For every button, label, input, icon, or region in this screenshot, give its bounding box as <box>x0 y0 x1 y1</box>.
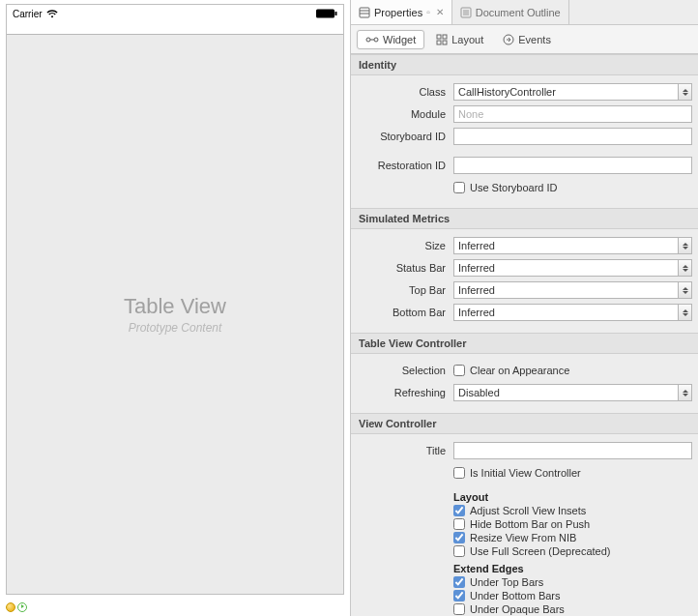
restoration-id-field[interactable] <box>453 157 692 174</box>
extend-edges-title: Extend Edges <box>453 563 692 574</box>
panel-tabs: Properties ▫ ✕ Document Outline <box>351 0 698 25</box>
outline-icon <box>460 7 472 18</box>
selection-label: Selection <box>357 365 453 376</box>
clear-on-appearance-checkbox[interactable]: Clear on Appearance <box>453 365 569 376</box>
under-bottom-label: Under Bottom Bars <box>470 590 561 601</box>
use-storyboard-id-checkbox[interactable]: Use Storyboard ID <box>453 182 557 193</box>
events-icon <box>503 34 514 45</box>
section-view-controller: View Controller <box>351 413 698 434</box>
storyboard-id-field[interactable] <box>453 128 692 145</box>
hide-bottom-checkbox[interactable]: Hide Bottom Bar on Push <box>453 518 692 530</box>
subtab-widget-label: Widget <box>383 34 416 45</box>
carrier-label: Carrier <box>13 9 43 19</box>
module-field[interactable] <box>453 105 692 123</box>
subtab-layout-label: Layout <box>451 34 483 45</box>
arrow-icon <box>678 260 691 276</box>
tab-properties-label: Properties <box>374 7 422 18</box>
table-view-title: Table View <box>124 294 226 319</box>
resize-nib-label: Resize View From NIB <box>470 532 576 543</box>
clear-on-appearance-label: Clear on Appearance <box>470 365 569 376</box>
arrow-icon <box>678 84 691 100</box>
svg-rect-1 <box>335 12 337 15</box>
statusbar-label: Status Bar <box>357 262 453 274</box>
section-identity: Identity <box>351 54 698 75</box>
statusbar-value: Inferred <box>458 262 495 274</box>
fullscreen-label: Use Full Screen (Deprecated) <box>470 545 611 557</box>
svg-rect-0 <box>316 10 334 18</box>
subtab-widget[interactable]: Widget <box>357 30 424 49</box>
under-top-label: Under Top Bars <box>470 576 543 588</box>
initial-vc-label: Is Initial View Controller <box>470 467 581 479</box>
layout-group-title: Layout <box>453 491 692 503</box>
initial-vc-checkbox[interactable]: Is Initial View Controller <box>453 467 581 479</box>
under-bottom-checkbox[interactable]: Under Bottom Bars <box>453 590 692 601</box>
inspector-panel: Properties ▫ ✕ Document Outline Widget L… <box>351 0 698 616</box>
size-label: Size <box>357 240 453 251</box>
use-storyboard-id-label: Use Storyboard ID <box>470 182 557 193</box>
under-opaque-checkbox[interactable]: Under Opaque Bars <box>453 603 692 615</box>
first-responder-icon[interactable] <box>6 602 15 612</box>
table-view-placeholder[interactable]: Table View Prototype Content <box>7 35 343 594</box>
section-simulated-metrics: Simulated Metrics <box>351 208 698 229</box>
device-preview: Carrier Table View Prototype Content <box>6 4 344 595</box>
hide-bottom-label: Hide Bottom Bar on Push <box>470 518 590 530</box>
svg-point-9 <box>366 38 370 42</box>
class-value: CallHistoryController <box>458 86 556 98</box>
widget-icon <box>365 35 379 44</box>
scene-dock <box>2 599 350 616</box>
inspector-scroll[interactable]: Identity Class CallHistoryController Mod… <box>351 54 698 616</box>
title-field[interactable] <box>453 442 692 459</box>
svg-point-10 <box>374 38 378 42</box>
section-tvc: Table View Controller <box>351 333 698 354</box>
restoration-id-label: Restoration ID <box>357 160 453 171</box>
arrow-icon <box>678 282 691 298</box>
svg-rect-2 <box>360 8 369 17</box>
subtab-events[interactable]: Events <box>495 31 559 48</box>
refreshing-select[interactable]: Disabled <box>453 384 692 401</box>
storyboard-id-label: Storyboard ID <box>357 131 453 142</box>
svg-rect-15 <box>443 41 447 44</box>
bottombar-select[interactable]: Inferred <box>453 304 692 321</box>
size-value: Inferred <box>458 240 495 251</box>
topbar-label: Top Bar <box>357 284 453 296</box>
under-opaque-label: Under Opaque Bars <box>470 603 565 615</box>
title-label: Title <box>357 445 453 456</box>
layout-icon <box>436 34 448 45</box>
bottombar-label: Bottom Bar <box>357 307 453 318</box>
close-icon[interactable]: ✕ <box>436 7 444 17</box>
subtab-events-label: Events <box>518 34 551 45</box>
svg-rect-12 <box>437 35 441 39</box>
topbar-select[interactable]: Inferred <box>453 281 692 299</box>
tab-document-outline[interactable]: Document Outline <box>452 0 569 24</box>
resize-nib-checkbox[interactable]: Resize View From NIB <box>453 532 692 543</box>
size-select[interactable]: Inferred <box>453 237 692 254</box>
exit-icon[interactable] <box>17 602 27 612</box>
class-select[interactable]: CallHistoryController <box>453 83 692 101</box>
wifi-icon <box>46 10 58 18</box>
fullscreen-checkbox[interactable]: Use Full Screen (Deprecated) <box>453 545 692 557</box>
statusbar-select[interactable]: Inferred <box>453 259 692 277</box>
tab-properties[interactable]: Properties ▫ ✕ <box>351 0 452 24</box>
statusbar: Carrier <box>7 5 343 22</box>
adjust-insets-checkbox[interactable]: Adjust Scroll View Insets <box>453 505 692 516</box>
refreshing-label: Refreshing <box>357 387 453 398</box>
inspector-subtabs: Widget Layout Events <box>351 25 698 54</box>
adjust-insets-label: Adjust Scroll View Insets <box>470 505 586 516</box>
arrow-icon <box>678 305 691 320</box>
pin-icon[interactable]: ▫ <box>426 7 430 17</box>
bottombar-value: Inferred <box>458 307 495 318</box>
arrow-icon <box>678 385 691 400</box>
class-label: Class <box>357 86 453 98</box>
table-view-subtitle: Prototype Content <box>129 321 222 335</box>
topbar-value: Inferred <box>458 284 495 296</box>
properties-icon <box>359 7 370 18</box>
refreshing-value: Disabled <box>458 387 500 398</box>
subtab-layout[interactable]: Layout <box>428 31 491 48</box>
module-label: Module <box>357 108 453 120</box>
design-canvas: Carrier Table View Prototype Content <box>0 0 351 616</box>
svg-rect-14 <box>437 41 441 44</box>
tab-doc-outline-label: Document Outline <box>476 7 561 18</box>
under-top-checkbox[interactable]: Under Top Bars <box>453 576 692 588</box>
battery-icon <box>316 9 337 18</box>
svg-rect-13 <box>443 35 447 39</box>
